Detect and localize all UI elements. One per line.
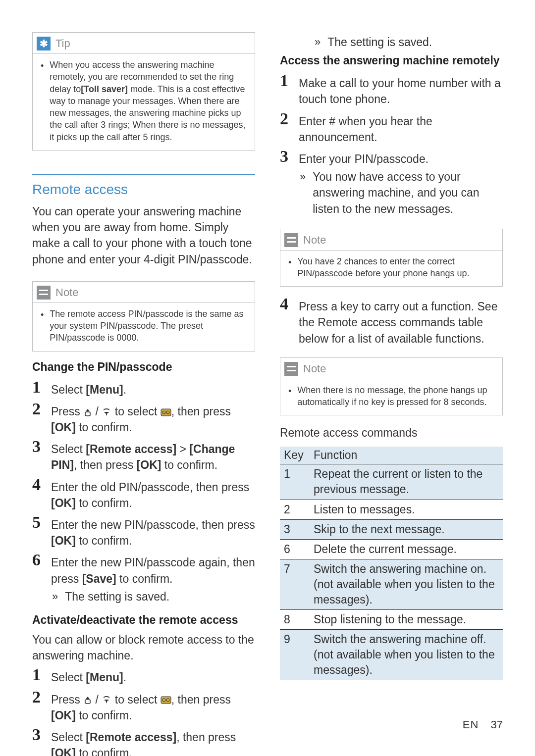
- page-footer: EN 37: [463, 718, 503, 731]
- answering-machine-icon: [160, 408, 171, 416]
- step-number: 1: [32, 666, 43, 683]
- note2-text: You have 2 chances to enter the correct …: [297, 255, 494, 280]
- step-number: 1: [280, 72, 291, 89]
- result-arrow-icon: »: [300, 169, 306, 217]
- note3-title: Note: [303, 362, 326, 375]
- col-function: Function: [310, 447, 503, 464]
- cell-key: 2: [280, 500, 310, 519]
- tip-header: ✱ Tip: [33, 33, 255, 53]
- answering-machine-icon: [160, 696, 171, 704]
- phonebook-up-icon: [83, 408, 92, 417]
- changepin-step-3: 3 Select [Remote access] > [Change PIN],…: [32, 438, 255, 473]
- tip-item: • When you access the answering machine …: [41, 59, 247, 143]
- step-number: 3: [280, 148, 291, 165]
- substep: » The setting is saved.: [52, 589, 255, 605]
- changepin-step-6: 6 Enter the new PIN/passcode again, then…: [32, 552, 255, 605]
- col-key: Key: [280, 447, 310, 464]
- step-text: Enter # when you hear the announcement.: [299, 110, 503, 145]
- tip-callout: ✱ Tip • When you access the answering ma…: [32, 32, 255, 151]
- tip-body: • When you access the answering machine …: [33, 53, 255, 150]
- step-number: 4: [280, 296, 291, 312]
- note3-body: • When there is no message, the phone ha…: [280, 379, 502, 415]
- svg-rect-0: [39, 290, 48, 291]
- table-row: 6Delete the current message.: [280, 539, 503, 559]
- bullet-icon: •: [41, 59, 44, 143]
- step-text: Press / to select , then press [OK] to c…: [51, 689, 255, 723]
- activate-step-3: 3 Select [Remote access], then press [OK…: [32, 726, 255, 756]
- step-number: 5: [32, 514, 43, 531]
- changepin-step-1: 1 Select [Menu].: [32, 379, 255, 398]
- note1-text: The remote access PIN/passcode is the sa…: [50, 308, 247, 344]
- access-step-4: 4 Press a key to carry out a function. S…: [280, 296, 503, 347]
- note2-body: • You have 2 chances to enter the correc…: [280, 250, 502, 287]
- changepin-step-4: 4 Enter the old PIN/passcode, then press…: [32, 476, 255, 511]
- table-row: 2Listen to messages.: [280, 500, 503, 519]
- cell-key: 1: [280, 464, 310, 500]
- cell-function: Switch the answering machine off. (not a…: [310, 629, 503, 680]
- step-number: 6: [32, 552, 43, 568]
- tip-text: When you access the answering machine re…: [50, 59, 247, 143]
- note-callout-1: Note • The remote access PIN/passcode is…: [32, 281, 255, 352]
- top-substep: » The setting is saved.: [315, 34, 503, 50]
- svg-rect-10: [287, 366, 296, 367]
- tip-icon: ✱: [37, 37, 51, 50]
- table-row: 7Switch the answering machine on. (not a…: [280, 559, 503, 609]
- access-step-2: 2 Enter # when you hear the announcement…: [280, 110, 503, 145]
- note-callout-2: Note • You have 2 chances to enter the c…: [280, 229, 503, 287]
- change-pin-heading: Change the PIN/passcode: [32, 360, 255, 374]
- result-arrow-icon: »: [52, 589, 58, 605]
- step-text: Press a key to carry out a function. See…: [299, 296, 503, 347]
- access-step-3: 3 Enter your PIN/passcode. » You now hav…: [280, 148, 503, 217]
- top-substep-text: The setting is saved.: [327, 34, 432, 50]
- note1-title: Note: [55, 286, 78, 299]
- activate-heading: Activate/deactivate the remote access: [32, 613, 255, 627]
- step-text: Enter the new PIN/passcode, then press […: [51, 514, 255, 549]
- note1-header: Note: [33, 282, 255, 302]
- cell-key: 8: [280, 609, 310, 629]
- step-number: 2: [280, 110, 291, 127]
- step-text: Enter the new PIN/passcode again, then p…: [51, 552, 255, 605]
- svg-rect-1: [39, 294, 48, 295]
- footer-lang: EN: [463, 718, 479, 731]
- redial-down-icon: [102, 695, 111, 705]
- cell-key: 7: [280, 559, 310, 609]
- activate-step-1: 1 Select [Menu].: [32, 666, 255, 685]
- step-number: 2: [32, 401, 43, 417]
- activate-intro: You can allow or block remote access to …: [32, 632, 255, 663]
- svg-rect-11: [287, 370, 296, 371]
- note-callout-3: Note • When there is no message, the pho…: [280, 357, 503, 416]
- note1-item: • The remote access PIN/passcode is the …: [41, 308, 247, 344]
- step-text: Enter the old PIN/passcode, then press […: [51, 476, 255, 511]
- cell-function: Stop listening to the message.: [310, 609, 503, 629]
- remote-commands-table: Key Function 1Repeat the current or list…: [280, 447, 503, 680]
- note2-header: Note: [280, 229, 502, 250]
- note2-item: • You have 2 chances to enter the correc…: [288, 255, 494, 280]
- result-arrow-icon: »: [315, 34, 321, 50]
- note3-header: Note: [280, 358, 502, 379]
- tip-title: Tip: [55, 37, 70, 50]
- remote-access-heading: Remote access: [32, 182, 255, 198]
- substep-text: You now have access to your answering ma…: [313, 169, 503, 217]
- bullet-icon: •: [288, 255, 291, 280]
- cell-key: 9: [280, 629, 310, 680]
- step-number: 3: [32, 438, 43, 455]
- step-number: 1: [32, 379, 43, 396]
- table-row: 9Switch the answering machine off. (not …: [280, 629, 503, 680]
- note-icon: [37, 286, 51, 300]
- right-column: » The setting is saved. Access the answe…: [280, 32, 503, 756]
- access-remote-heading: Access the answering machine remotely: [280, 54, 503, 67]
- redial-down-icon: [102, 407, 111, 417]
- substep: » You now have access to your answering …: [300, 169, 503, 217]
- remote-access-intro: You can operate your answering machine w…: [32, 203, 255, 267]
- svg-rect-9: [287, 241, 296, 243]
- cell-function: Delete the current message.: [310, 539, 503, 559]
- step-text: Select [Remote access], then press [OK] …: [51, 726, 255, 756]
- phonebook-up-icon: [83, 696, 92, 705]
- changepin-step-5: 5 Enter the new PIN/passcode, then press…: [32, 514, 255, 549]
- step-text: Press / to select , then press [OK] to c…: [51, 401, 255, 435]
- table-row: 8Stop listening to the message.: [280, 609, 503, 629]
- bullet-icon: •: [288, 384, 291, 408]
- access-step-1: 1 Make a call to your home number with a…: [280, 72, 503, 107]
- cell-function: Repeat the current or listen to the prev…: [310, 464, 503, 500]
- section-divider: [32, 174, 255, 175]
